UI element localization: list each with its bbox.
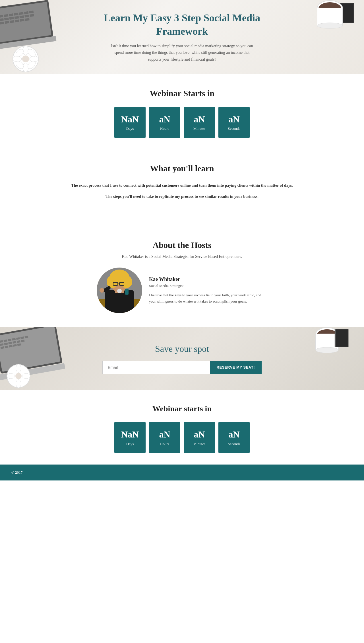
countdown-label: Days [126, 442, 134, 446]
learn-section: What you'll learn The exact process that… [0, 149, 364, 229]
coffee-decoration [313, 0, 347, 35]
hero-content: Learn My Easy 3 Step Social Media Framew… [97, 11, 267, 63]
svg-rect-55 [125, 289, 129, 295]
svg-point-52 [117, 289, 122, 293]
countdown-label: Days [126, 126, 134, 131]
countdown-number: NaN [121, 114, 139, 125]
svg-rect-43 [105, 290, 134, 313]
countdown-box: aN Seconds [218, 107, 250, 138]
host-info: Kae Whitaker Social Media Strategist I b… [149, 276, 267, 305]
hosts-heading: About the Hosts [11, 240, 353, 250]
svg-point-28 [30, 56, 39, 62]
countdown-box: aN Minutes [184, 107, 215, 138]
svg-point-80 [16, 380, 21, 388]
divider [171, 209, 193, 209]
cta-flower-decoration [6, 363, 31, 390]
svg-point-36 [317, 23, 343, 28]
learn-points: The exact process that I use to connect … [11, 182, 353, 200]
svg-point-82 [22, 373, 30, 379]
countdown-box: aN Minutes [184, 422, 215, 453]
countdown-label: Minutes [193, 442, 206, 446]
countdown-box: aN Hours [149, 107, 180, 138]
svg-point-81 [7, 373, 15, 379]
host-name: Kae Whitaker [149, 276, 267, 282]
countdown-section-2: Webinar starts in NaN Days aN Hours aN M… [0, 390, 364, 465]
copyright: © 2017 [11, 470, 22, 474]
hero-subtitle: Isn't it time you learned how to simplif… [111, 43, 253, 63]
svg-point-48 [121, 276, 132, 288]
countdown-box: aN Hours [149, 422, 180, 453]
learn-point: The exact process that I use to connect … [11, 182, 353, 189]
host-role: Social Media Strategist [149, 284, 267, 288]
countdown-label: Hours [160, 126, 169, 131]
svg-point-78 [15, 373, 22, 379]
cta-section: Save your spot RESERVE MY SEAT! [0, 327, 364, 390]
svg-rect-88 [336, 330, 348, 347]
learn-point: The steps you'll need to take to replica… [11, 193, 353, 200]
email-input[interactable] [102, 361, 210, 374]
countdown-number: aN [159, 114, 170, 125]
learn-heading: What you'll learn [11, 164, 353, 173]
countdown-number: aN [228, 114, 239, 125]
flower-decoration [11, 45, 40, 74]
hosts-section: About the Hosts Kae Whitaker is a Social… [0, 229, 364, 327]
cta-form: RESERVE MY SEAT! [102, 361, 262, 374]
countdown-boxes-1: NaN Days aN Hours aN Minutes aN Seconds [6, 107, 358, 138]
svg-point-26 [23, 63, 28, 72]
countdown-label: Minutes [193, 126, 206, 131]
host-card: Kae Whitaker Social Media Strategist I b… [97, 268, 267, 313]
footer: © 2017 [0, 465, 364, 480]
svg-point-79 [16, 364, 21, 373]
countdown-number: aN [194, 429, 205, 440]
host-bio: I believe that the keys to your success … [149, 292, 267, 305]
countdown-label: Hours [160, 442, 169, 446]
cta-heading: Save your spot [82, 344, 282, 354]
cta-notebook-decoration [334, 329, 350, 351]
countdown-box: NaN Days [114, 107, 146, 138]
hero-title: Learn My Easy 3 Step Social Media Framew… [97, 11, 267, 38]
reserve-button[interactable]: RESERVE MY SEAT! [210, 361, 262, 374]
countdown-label: Seconds [228, 126, 240, 131]
hero-section: Learn My Easy 3 Step Social Media Framew… [0, 0, 364, 74]
countdown-number: aN [159, 429, 170, 440]
svg-rect-89 [335, 329, 336, 347]
svg-point-47 [107, 276, 118, 288]
countdown-box: aN Seconds [218, 422, 250, 453]
countdown-number: aN [194, 114, 205, 125]
svg-rect-35 [317, 8, 343, 25]
countdown-number: NaN [121, 429, 139, 440]
hosts-subtitle: Kae Whitaker is a Social Media Strategis… [11, 254, 353, 259]
countdown-heading-1: Webinar Starts in [6, 89, 358, 98]
countdown-box: NaN Days [114, 422, 146, 453]
svg-point-54 [100, 288, 104, 293]
host-avatar [97, 268, 142, 313]
cta-content: Save your spot RESERVE MY SEAT! [82, 344, 282, 374]
countdown-label: Seconds [228, 442, 240, 446]
countdown-boxes-2: NaN Days aN Hours aN Minutes aN Seconds [6, 422, 358, 453]
countdown-section-1: Webinar Starts in NaN Days aN Hours aN M… [0, 74, 364, 149]
svg-point-27 [13, 56, 22, 62]
countdown-heading-2: Webinar starts in [6, 404, 358, 413]
svg-point-24 [22, 56, 29, 62]
countdown-number: aN [228, 429, 239, 440]
svg-point-25 [23, 46, 28, 55]
